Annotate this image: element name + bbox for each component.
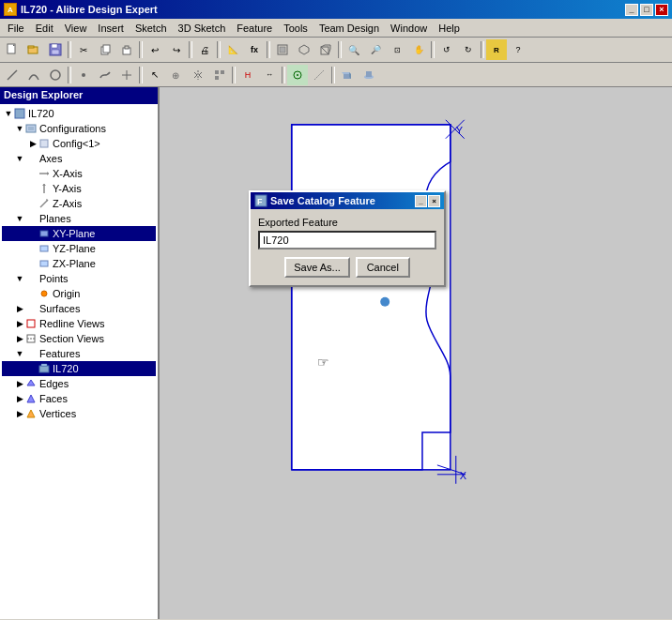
minimize-button[interactable]: _ [625,4,638,16]
expand-points[interactable]: ▼ [15,274,24,283]
zoom-fit-button[interactable]: ⊡ [387,39,407,60]
tree-item-yaxis[interactable]: Y-Axis [2,181,156,196]
zoom-out-button[interactable]: 🔎 [365,39,386,60]
print-button[interactable]: 🖨 [194,39,215,60]
tree-item-axes[interactable]: ▼ Axes [2,151,156,166]
menu-sketch[interactable]: Sketch [130,19,173,37]
expand-edges[interactable]: ▶ [15,379,24,388]
copy-button[interactable] [95,39,115,60]
tree-item-planes[interactable]: ▼ Planes [2,211,156,226]
expand-il720[interactable]: ▼ [4,109,13,118]
save-as-button[interactable]: Save As... [284,257,350,278]
tree-item-yzplane[interactable]: YZ-Plane [2,241,156,256]
tree-item-il720[interactable]: ▼ IL720 [2,106,156,121]
expand-config1[interactable]: ▶ [28,139,38,148]
dialog-close-button[interactable]: × [428,195,440,207]
view-front[interactable] [272,39,293,60]
zoom-in-button[interactable]: 🔍 [344,39,364,60]
select-button[interactable]: ↖ [145,65,165,85]
pattern-button[interactable] [209,65,230,85]
view-iso[interactable] [294,39,314,60]
help-button[interactable]: ? [508,39,528,60]
paste-button[interactable] [116,39,137,60]
sketch-circle-button[interactable] [45,65,66,85]
pan-button[interactable]: ✋ [408,39,429,60]
cancel-button[interactable]: Cancel [356,257,410,278]
tree-item-xaxis[interactable]: X-Axis [2,166,156,181]
dim-button[interactable]: ↔ [259,65,280,85]
expand-redline[interactable]: ▶ [15,319,24,328]
sketch-arc-button[interactable] [23,65,44,85]
tree-item-surfaces[interactable]: ▶ Surfaces [2,301,156,316]
menu-edit[interactable]: Edit [30,19,59,37]
tree-item-section[interactable]: ▶ Section Views [2,331,156,346]
tree-item-xyplane[interactable]: XY-Plane [2,226,156,241]
icon-il720 [13,107,26,120]
move-button[interactable]: ⊕ [166,65,187,85]
menu-insert[interactable]: Insert [92,19,130,37]
expand-planes[interactable]: ▼ [15,214,24,223]
menu-file[interactable]: File [2,19,30,37]
equation-button[interactable]: fx [244,39,265,60]
tree-item-zxplane[interactable]: ZX-Plane [2,256,156,271]
expand-faces[interactable]: ▶ [15,394,24,403]
tree-item-edges[interactable]: ▶ Edges [2,376,156,391]
tree-item-points[interactable]: ▼ Points [2,271,156,286]
feature-extrude[interactable] [337,65,358,85]
menu-3dsketch[interactable]: 3D Sketch [173,19,232,37]
expand-axes[interactable]: ▼ [15,154,24,163]
open-button[interactable] [23,39,44,60]
undo-button[interactable]: ↩ [145,39,165,60]
maximize-button[interactable]: □ [640,4,653,16]
menu-tools[interactable]: Tools [278,19,313,37]
exported-feature-input[interactable] [258,231,436,250]
menu-feature[interactable]: Feature [231,19,278,37]
tree-item-configurations[interactable]: ▼ Configurations [2,121,156,136]
constraint-button[interactable]: H [237,65,258,85]
expand-surfaces[interactable]: ▶ [15,304,24,313]
rotate2-button[interactable]: ↻ [458,39,479,60]
feature-revolve[interactable] [359,65,379,85]
label-section: Section Views [39,333,104,344]
tree-item-faces[interactable]: ▶ Faces [2,391,156,406]
sketch-line-button[interactable] [2,65,23,85]
redo-button[interactable]: ↪ [166,39,187,60]
view-wire[interactable] [315,39,336,60]
menu-teamdesign[interactable]: Team Design [313,19,385,37]
render-button[interactable]: R [486,39,507,60]
menu-help[interactable]: Help [433,19,466,37]
toolbar-sep-1 [68,41,71,58]
expand-section[interactable]: ▶ [15,334,24,343]
tree-item-il720-feature[interactable]: IL720 [2,361,156,376]
tree-item-config1[interactable]: ▶ Config<1> [2,136,156,151]
snap2-button[interactable] [309,65,329,85]
svg-text:X: X [460,470,467,481]
tree-item-origin[interactable]: Origin [2,286,156,301]
tree-item-features[interactable]: ▼ Features [2,346,156,361]
rotate-button[interactable]: ↺ [436,39,457,60]
tree-item-redline[interactable]: ▶ Redline Views [2,316,156,331]
icon-il720-feature [38,362,51,375]
tree-item-vertices[interactable]: ▶ Vertices [2,406,156,421]
menu-window[interactable]: Window [385,19,433,37]
measure-button[interactable]: 📐 [222,39,243,60]
expand-configurations[interactable]: ▼ [15,124,24,133]
expand-vertices[interactable]: ▶ [15,409,24,418]
sketch-spline-button[interactable] [95,65,115,85]
mirror-button[interactable] [188,65,208,85]
svg-rect-12 [280,47,285,53]
save-button[interactable] [45,39,66,60]
cut-button[interactable]: ✂ [73,39,94,60]
icon-section [24,332,38,345]
dialog-minimize-button[interactable]: _ [415,195,427,207]
sketch-trim-button[interactable] [116,65,137,85]
save-catalog-dialog[interactable]: F Save Catalog Feature _ × Exported Feat… [249,190,446,287]
menu-view[interactable]: View [59,19,93,37]
sketch-point-button[interactable] [73,65,94,85]
expand-features[interactable]: ▼ [15,349,24,358]
icon-zxplane [38,257,51,270]
close-button[interactable]: × [655,4,668,16]
snap-button[interactable] [287,65,308,85]
new-button[interactable] [2,39,23,60]
tree-item-zaxis[interactable]: Z-Axis [2,196,156,211]
